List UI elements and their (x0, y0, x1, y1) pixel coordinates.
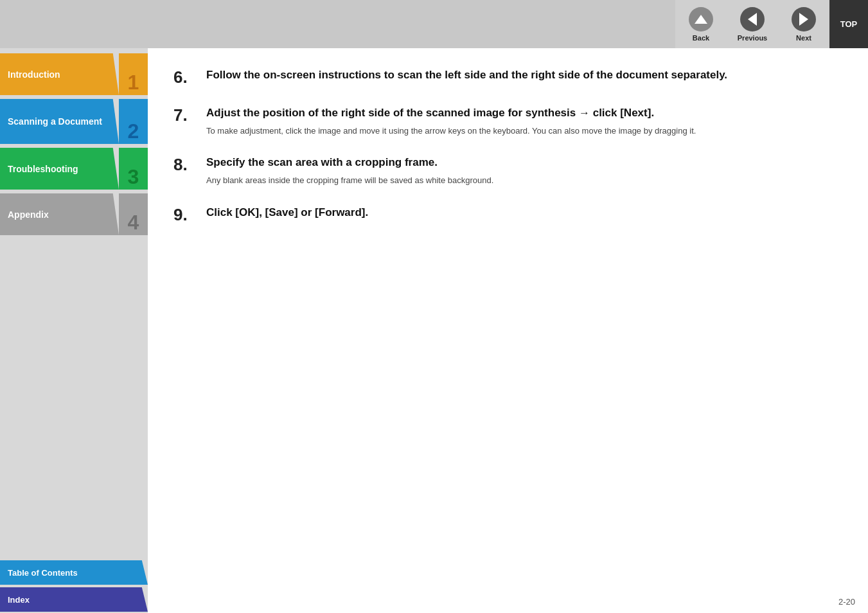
step-9-title: Click [OK], [Save] or [Forward]. (206, 205, 842, 220)
sidebar: Introduction 1 Scanning a Document 2 T (0, 48, 148, 613)
sidebar-item-scan-inner: Scanning a Document 2 (0, 99, 148, 144)
sidebar-scan-label-area: Scanning a Document (0, 99, 119, 144)
back-arrow (695, 15, 707, 24)
sidebar-trouble-number: 3 (128, 166, 139, 187)
sidebar-intro-label: Introduction (8, 69, 60, 80)
sidebar-trouble-label: Troubleshooting (8, 164, 78, 174)
next-icon (792, 7, 816, 31)
step-7-number: 7. (173, 105, 196, 125)
step-8-desc: Any blank areas inside the cropping fram… (206, 174, 842, 187)
sidebar-scan-number-area: 2 (119, 99, 148, 144)
sidebar-item-troubleshooting[interactable]: Troubleshooting 3 (0, 148, 148, 190)
sidebar-appendix-label: Appendix (8, 209, 49, 220)
step-9: 9. Click [OK], [Save] or [Forward]. (173, 205, 842, 225)
sidebar-item-appendix[interactable]: Appendix 4 (0, 193, 148, 235)
sidebar-intro-label-area: Introduction (0, 53, 119, 95)
nav-buttons: Back Previous Next TOP (675, 0, 868, 48)
sidebar-appendix-number-area: 4 (119, 193, 148, 235)
sidebar-bottom: Table of Contents Index (0, 559, 148, 613)
toc-label: Table of Contents (8, 568, 78, 578)
step-6-content: Follow the on-screen instructions to sca… (206, 67, 842, 87)
index-label: Index (8, 595, 30, 605)
sidebar-intro-number: 1 (128, 72, 139, 93)
sidebar-scan-number: 2 (128, 121, 139, 141)
step-9-content: Click [OK], [Save] or [Forward]. (206, 205, 842, 224)
step-6-number: 6. (173, 67, 196, 87)
sidebar-item-intro-inner: Introduction 1 (0, 53, 148, 95)
header: Back Previous Next TOP (0, 0, 868, 48)
back-button[interactable]: Back (675, 0, 727, 48)
previous-icon (740, 7, 765, 31)
index-button[interactable]: Index (0, 587, 148, 612)
top-label: TOP (840, 19, 858, 29)
step-9-number: 9. (173, 205, 196, 225)
step-7: 7. Adjust the position of the right side… (173, 105, 842, 137)
step-7-desc: To make adjustment, click the image and … (206, 125, 842, 138)
sidebar-trouble-number-area: 3 (119, 148, 148, 190)
step-6-title: Follow the on-screen instructions to sca… (206, 67, 842, 83)
step-8-number: 8. (173, 155, 196, 175)
step-8-content: Specify the scan area with a cropping fr… (206, 155, 842, 186)
back-label: Back (693, 34, 709, 42)
next-arrow (799, 13, 808, 26)
step-6: 6. Follow the on-screen instructions to … (173, 67, 842, 87)
previous-label: Previous (738, 34, 767, 42)
step-7-title: Adjust the position of the right side of… (206, 105, 842, 121)
next-button[interactable]: Next (778, 0, 829, 48)
step-8: 8. Specify the scan area with a cropping… (173, 155, 842, 186)
previous-button[interactable]: Previous (727, 0, 778, 48)
next-label: Next (796, 34, 811, 42)
sidebar-appendix-number: 4 (128, 212, 139, 233)
back-icon (689, 7, 713, 31)
sidebar-scan-label: Scanning a Document (8, 116, 102, 127)
sidebar-appendix-label-area: Appendix (0, 193, 119, 235)
sidebar-trouble-label-area: Troubleshooting (0, 148, 119, 190)
table-of-contents-button[interactable]: Table of Contents (0, 560, 148, 585)
sidebar-nav: Introduction 1 Scanning a Document 2 T (0, 48, 148, 559)
page-number: 2-20 (838, 597, 855, 607)
sidebar-intro-number-area: 1 (119, 53, 148, 95)
previous-arrow (748, 13, 757, 26)
step-8-title: Specify the scan area with a cropping fr… (206, 155, 842, 170)
top-button[interactable]: TOP (829, 0, 868, 48)
main-content: 6. Follow the on-screen instructions to … (148, 48, 868, 613)
sidebar-item-introduction[interactable]: Introduction 1 (0, 53, 148, 95)
sidebar-item-appendix-inner: Appendix 4 (0, 193, 148, 235)
sidebar-item-trouble-inner: Troubleshooting 3 (0, 148, 148, 190)
step-7-content: Adjust the position of the right side of… (206, 105, 842, 137)
sidebar-item-scanning[interactable]: Scanning a Document 2 (0, 99, 148, 144)
